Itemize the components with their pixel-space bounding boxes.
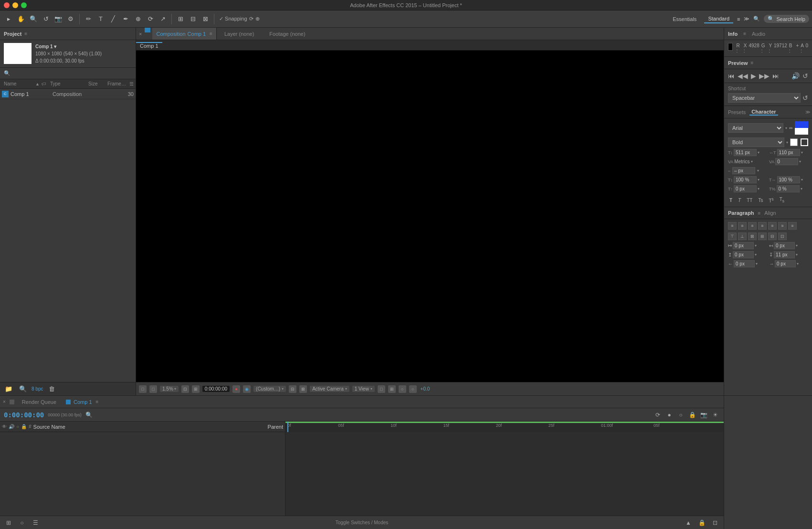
tl-camera-btn[interactable]: 📷 — [699, 410, 708, 420]
text-tool[interactable]: T — [95, 13, 106, 25]
fast-preview-icon[interactable]: ○ — [409, 385, 417, 393]
safe-frame-icon[interactable]: ⊠ — [299, 385, 307, 393]
style-select[interactable]: Bold — [728, 138, 784, 147]
toggle-icon[interactable]: ⊟ — [289, 385, 296, 393]
standard-button[interactable]: Standard — [704, 15, 733, 23]
preview-menu-icon[interactable]: ≡ — [751, 60, 754, 65]
comp-timeline-tab[interactable]: Comp 1 ≡ — [63, 398, 101, 406]
all-caps-button[interactable]: TT — [745, 197, 754, 203]
snapping-control[interactable]: ✓ Snapping ⟳ ⊕ — [219, 16, 260, 22]
justify-right-button[interactable]: ≡ — [778, 222, 787, 230]
faux-italic-button[interactable]: T — [737, 197, 742, 203]
small-caps-button[interactable]: Ts — [757, 197, 764, 203]
puppet-pin-tool[interactable]: ⟳ — [145, 13, 156, 25]
mute-button[interactable]: 🔊 — [791, 72, 800, 80]
justify-left-button[interactable]: ≡ — [758, 222, 767, 230]
distribute-tool[interactable]: ⊟ — [187, 13, 199, 25]
essentials-button[interactable]: Essentials — [669, 15, 700, 23]
custom-select[interactable]: (Custom…) ▾ — [253, 386, 286, 392]
font-color-preview[interactable] — [795, 121, 808, 135]
stroke-style-preview2[interactable] — [801, 138, 808, 146]
timeline-timecode[interactable]: 0:00:00:00 — [4, 411, 44, 419]
justify-center-button[interactable]: ≡ — [768, 222, 777, 230]
fill-color-swatch[interactable] — [795, 121, 808, 128]
project-menu-icon[interactable]: ≡ — [24, 31, 27, 36]
delete-button[interactable]: 🗑 — [46, 383, 57, 395]
info-menu-icon[interactable]: ≡ — [743, 31, 746, 36]
eraser-tool[interactable]: ⊕ — [132, 13, 144, 25]
brush-tool[interactable]: ╱ — [107, 13, 119, 25]
tracking-input[interactable] — [777, 149, 800, 156]
stroke-width-input[interactable] — [777, 185, 800, 192]
align-tool[interactable]: ⊞ — [175, 13, 186, 25]
loop-button[interactable]: ↺ — [802, 72, 808, 80]
comp-timeline-menu[interactable]: ≡ — [96, 399, 99, 404]
font-size-input[interactable] — [734, 149, 757, 156]
select-tool[interactable]: ▸ — [3, 13, 14, 25]
vert-scale-input[interactable] — [734, 176, 757, 183]
pen-tool[interactable]: ✏ — [83, 13, 94, 25]
justify-all-button[interactable]: ≡ — [788, 222, 797, 230]
skip-to-end-button[interactable]: ⏭ — [772, 72, 779, 80]
audio-tab[interactable]: Audio — [752, 31, 765, 37]
dist-mid-button[interactable]: ⊟ — [768, 233, 777, 240]
close-button[interactable] — [4, 2, 10, 8]
play-button[interactable]: ▶ — [751, 72, 756, 80]
view-select[interactable]: 1 View ▾ — [352, 386, 375, 392]
step-back-button[interactable]: ◀◀ — [738, 72, 748, 80]
workspace-expand-icon[interactable]: ≡ — [737, 16, 740, 22]
viewer-icon-1[interactable]: □ — [139, 385, 147, 393]
active-camera-select[interactable]: Active Camera ▾ — [310, 386, 349, 392]
aspect-ratio-icon[interactable]: ⊞ — [192, 385, 200, 393]
baseline-input[interactable] — [734, 185, 757, 192]
info-tab[interactable]: Info — [728, 31, 738, 37]
new-folder-button[interactable]: 📁 — [3, 383, 14, 395]
space-after-input[interactable] — [774, 251, 795, 258]
tl-lock-btn[interactable]: 🔒 — [687, 410, 697, 420]
align-mid-button[interactable]: ⊥ — [738, 233, 747, 240]
timeline-search-icon[interactable]: 🔍 — [85, 412, 93, 418]
hand-tool[interactable]: ✋ — [15, 13, 27, 25]
record-icon[interactable]: ● — [232, 385, 240, 393]
color-mode-icon[interactable]: ◉ — [243, 385, 251, 393]
maximize-button[interactable] — [21, 2, 27, 8]
render-queue-tab[interactable]: Render Queue — [19, 398, 59, 406]
viewer-icon-2[interactable]: □ — [149, 385, 157, 393]
stamp-tool[interactable]: ✒ — [120, 13, 131, 25]
sort-icon[interactable]: ▲ — [35, 82, 40, 86]
tl-solo-btn[interactable]: ○ — [676, 410, 685, 420]
camera-tool[interactable]: 📷 — [53, 13, 64, 25]
list-view-icon[interactable]: ☰ — [129, 81, 134, 86]
superscript-button[interactable]: Ts — [767, 196, 775, 204]
grid-tool[interactable]: ⊠ — [200, 13, 211, 25]
tl-light-btn[interactable]: ☀ — [710, 410, 720, 420]
shortcut-reset-button[interactable]: ↺ — [802, 94, 808, 102]
eyedropper-icon[interactable]: ✏ — [789, 126, 793, 131]
toggle-full-icon[interactable]: □ — [378, 385, 385, 393]
paragraph-menu-icon[interactable]: ≡ — [758, 211, 760, 216]
layer-tab[interactable]: Layer (none) — [217, 28, 262, 40]
search-help-label[interactable]: Search Help — [776, 16, 805, 22]
subscript-button[interactable]: Ts — [778, 196, 786, 204]
tl-bottom-icon5[interactable]: 🔒 — [697, 518, 707, 528]
skip-to-start-button[interactable]: ⏮ — [728, 72, 735, 80]
step-forward-button[interactable]: ▶▶ — [759, 72, 770, 80]
workspace-expand2-icon[interactable]: ≫ — [744, 16, 749, 22]
extra2-input[interactable] — [775, 260, 796, 267]
shortcut-select[interactable]: Spacebar — [728, 93, 801, 103]
faux-bold-button[interactable]: T — [728, 197, 734, 203]
tl-loop-btn[interactable]: ⟳ — [653, 410, 663, 420]
space-before-input[interactable] — [733, 251, 754, 258]
tl-bottom-icon4[interactable]: ▲ — [684, 518, 693, 528]
project-search-bar[interactable]: 🔍 — [0, 68, 136, 79]
tl-bottom-icon3[interactable]: ☰ — [31, 518, 40, 528]
puppet-tool[interactable]: ⚙ — [65, 13, 76, 25]
search-area[interactable]: 🔍 Search Help — [764, 15, 809, 23]
project-search-input[interactable] — [12, 71, 132, 76]
timecode-display[interactable]: 0:00:00:00 — [202, 386, 230, 392]
stroke-style-preview[interactable] — [790, 138, 798, 146]
comp-tab-menu-icon[interactable]: ≡ — [210, 31, 212, 36]
align-right-button[interactable]: ≡ — [748, 222, 757, 230]
zoom-tool[interactable]: 🔍 — [28, 13, 39, 25]
tl-bottom-icon2[interactable]: ○ — [17, 518, 27, 528]
